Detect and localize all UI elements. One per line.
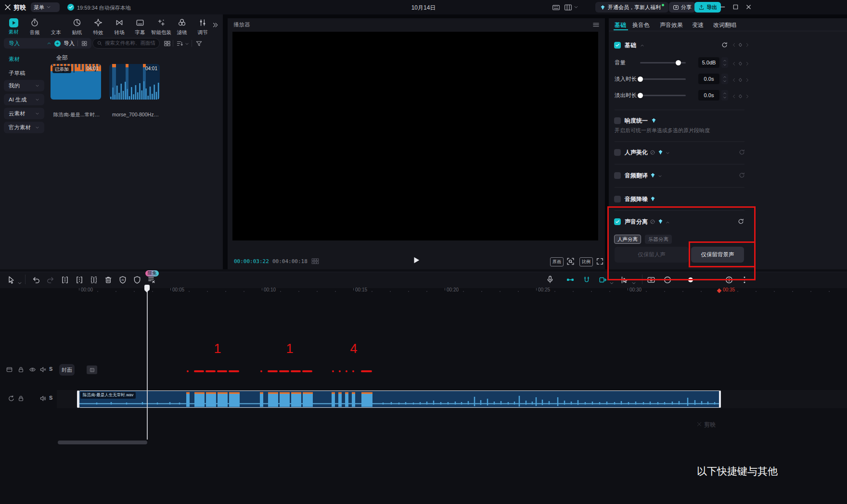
preview-zoom-icon[interactable] (566, 257, 575, 265)
search-input[interactable]: 搜索文件名称、画面情节... (92, 38, 160, 49)
horizontal-scrollbar[interactable] (58, 441, 147, 444)
denoise-checkbox[interactable] (614, 196, 621, 202)
close-button[interactable] (745, 3, 752, 11)
layout-panes-icon[interactable] (564, 3, 572, 12)
sidebar-item-4[interactable]: AI 生成 (4, 94, 44, 105)
sidebar-item-2[interactable]: 子草稿 (4, 69, 44, 77)
collapse-up-icon[interactable] (640, 43, 644, 48)
solo-toggle[interactable]: S (49, 395, 52, 401)
expand-down-icon[interactable] (658, 174, 662, 178)
ribbon-tab-2[interactable]: 音频 (24, 18, 45, 36)
keyframe-next-icon[interactable] (744, 76, 750, 85)
basic-checkbox[interactable] (614, 42, 621, 49)
share-button[interactable]: 分享 (669, 2, 695, 13)
inspector-tab-5[interactable]: 改词翻唱 (713, 21, 736, 29)
shield-ai-icon[interactable]: AI (118, 276, 127, 286)
value-input[interactable]: 0.0s (698, 74, 719, 84)
keyframe-diamond-icon[interactable] (738, 42, 743, 48)
keyframe-prev-icon[interactable] (732, 92, 737, 101)
ribbon-tab-1[interactable]: 素材 (3, 18, 24, 36)
inspector-tab-1[interactable]: 基础 (615, 21, 626, 29)
ribbon-tab-3[interactable]: 文本 (45, 18, 66, 36)
keyframe-diamond-icon[interactable] (738, 92, 743, 101)
video-clip-stub[interactable] (87, 365, 97, 374)
inspector-tab-3[interactable]: 声音效果 (660, 21, 683, 29)
ribbon-tab-5[interactable]: 特效 (88, 18, 109, 36)
mute-icon[interactable] (39, 366, 47, 375)
ribbon-expand-icon[interactable] (212, 22, 218, 28)
loudness-checkbox[interactable] (614, 117, 621, 124)
keyframe-prev-icon[interactable] (732, 60, 737, 68)
keyframe-diamond-icon[interactable] (738, 60, 743, 68)
beautify-reset-icon[interactable] (738, 149, 745, 156)
sidebar-item-6[interactable]: 官方素材 (4, 122, 44, 133)
inspector-tab-2[interactable]: 换音色 (632, 21, 650, 29)
translate-checkbox[interactable] (614, 172, 621, 179)
snap-toggle-icon[interactable] (599, 276, 607, 286)
ribbon-tab-7[interactable]: 字幕 (129, 18, 151, 36)
slider-track[interactable] (640, 95, 686, 96)
player-menu-icon[interactable] (592, 21, 600, 28)
quality-button[interactable]: 原画 (550, 257, 564, 266)
magnet-toggle-icon[interactable] (582, 276, 591, 286)
stepper-control[interactable] (721, 74, 728, 84)
split-right-icon[interactable] (90, 276, 98, 286)
stepper-control[interactable] (721, 90, 728, 101)
speaker-icon[interactable] (39, 395, 47, 404)
inspector-tab-4[interactable]: 变速 (692, 21, 704, 29)
keyframe-next-icon[interactable] (744, 60, 750, 68)
slider-thumb[interactable] (638, 76, 643, 82)
ribbon-tab-8[interactable]: 智能包装 (151, 18, 172, 36)
eye-icon[interactable] (29, 366, 36, 375)
fullscreen-icon[interactable] (596, 257, 604, 265)
ribbon-tab-6[interactable]: 转场 (109, 18, 130, 36)
value-input[interactable]: 0.0s (698, 90, 719, 101)
basic-reset-icon[interactable] (721, 41, 728, 49)
keyframe-next-icon[interactable] (744, 42, 750, 48)
slider-track[interactable] (640, 78, 686, 80)
layout-chevron-icon[interactable] (574, 5, 578, 10)
media-card-2[interactable]: 04:01 (109, 64, 160, 100)
beautify-checkbox[interactable] (614, 149, 621, 156)
split-dotted-icon[interactable] (75, 276, 84, 286)
redo-icon[interactable] (46, 276, 55, 286)
translate-reset-icon[interactable] (738, 172, 745, 179)
chevron-down-icon[interactable] (17, 279, 22, 288)
sort-chevron-icon[interactable] (185, 42, 189, 46)
import-button[interactable]: + 导入 (51, 38, 91, 49)
link-toggle-icon[interactable] (566, 276, 575, 286)
ribbon-tab-10[interactable]: 调节 (192, 18, 213, 36)
trash-icon[interactable] (104, 276, 113, 286)
clip-right-handle[interactable] (719, 391, 721, 408)
cycle-icon[interactable] (8, 395, 15, 404)
undo-icon[interactable] (32, 276, 40, 286)
sidebar-item-1[interactable]: 素材 (4, 55, 44, 63)
shortcut-keyboard-icon[interactable] (552, 3, 560, 12)
solo-toggle[interactable]: S (49, 366, 52, 372)
track-box-icon[interactable] (6, 366, 13, 375)
stepper-control[interactable] (721, 57, 728, 68)
frame-view-icon[interactable] (311, 257, 320, 265)
clip-left-handle[interactable] (77, 391, 79, 408)
ratio-button[interactable]: 比例 (579, 257, 593, 266)
lock-icon[interactable] (17, 366, 25, 375)
maximize-button[interactable] (732, 3, 739, 11)
value-input[interactable]: 5.0dB (698, 57, 719, 68)
ribbon-tab-4[interactable]: 贴纸 (66, 18, 88, 36)
cursor-icon[interactable] (7, 276, 15, 286)
keyframe-prev-icon[interactable] (732, 42, 737, 48)
view-grid-icon[interactable] (164, 40, 171, 47)
cover-button[interactable]: 封面 (59, 364, 75, 376)
sort-icon[interactable] (176, 40, 183, 47)
audio-clip[interactable]: 陈浩南-最是人生无常时.wav (78, 391, 720, 408)
player-viewport[interactable] (232, 32, 598, 240)
keyframe-prev-icon[interactable] (732, 76, 737, 85)
import-grid-icon[interactable] (81, 40, 88, 47)
import-collapse-button[interactable]: 导入 (4, 38, 56, 49)
export-button[interactable]: 导出 (694, 2, 721, 13)
media-card-1[interactable]: 已添加04:01 (51, 64, 101, 100)
slider-thumb[interactable] (676, 60, 681, 65)
keyframe-next-icon[interactable] (744, 92, 750, 101)
mic-icon[interactable] (546, 275, 554, 286)
ribbon-tab-9[interactable]: 滤镜 (171, 18, 192, 36)
